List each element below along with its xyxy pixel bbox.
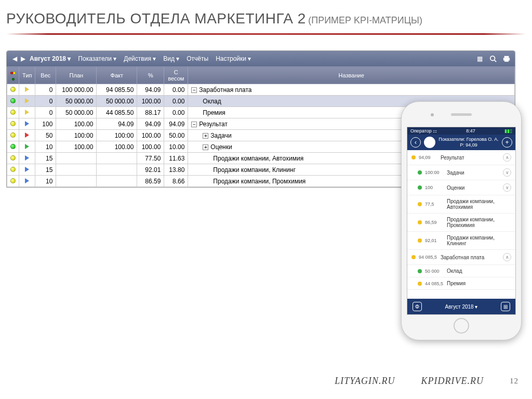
name-cell[interactable]: −Заработная плата <box>188 84 515 96</box>
list-item[interactable]: 77,5Продажи компании, Автохимия <box>407 195 515 214</box>
weight-cell[interactable]: 0 <box>35 84 56 96</box>
weight-cell[interactable]: 0 <box>35 107 56 118</box>
plan-cell[interactable] <box>56 176 97 187</box>
chevron-icon[interactable]: ∨ <box>503 183 511 192</box>
phone-list[interactable]: 94,09Результат∧100:00Задачи∨100Оценки∨77… <box>407 150 515 290</box>
grid-icon[interactable]: ▦ <box>475 55 484 63</box>
expand-icon[interactable]: − <box>191 87 197 93</box>
col-type[interactable]: Тип <box>19 67 35 84</box>
status-cell <box>7 153 19 164</box>
carrier-label: Оператор ⚏ <box>410 128 437 134</box>
col-weight[interactable]: Вес <box>35 67 56 84</box>
list-item[interactable]: 44 085,5Премия <box>407 277 515 290</box>
menu-actions[interactable]: Действия ▾ <box>124 55 156 62</box>
search-icon[interactable] <box>489 55 497 63</box>
expand-icon[interactable]: − <box>191 122 197 127</box>
svg-rect-4 <box>505 60 509 62</box>
phone-speaker <box>451 113 472 116</box>
chevron-icon[interactable]: ∧ <box>503 253 511 261</box>
battery-icon: ▮▮▯ <box>504 128 512 134</box>
next-period-button[interactable]: ▶ <box>19 55 26 62</box>
type-icon <box>25 132 29 138</box>
fact-cell[interactable]: 50 000.00 <box>97 96 137 107</box>
weight-cell[interactable]: 10 <box>35 176 56 187</box>
list-item[interactable]: 94 085,5Заработная плата∧ <box>407 250 515 265</box>
weighted-cell: 8.66 <box>164 176 188 187</box>
type-cell <box>19 118 35 130</box>
status-lamp-icon <box>10 110 16 115</box>
expand-icon[interactable]: + <box>203 133 208 139</box>
col-name[interactable]: Название <box>188 67 515 84</box>
kpi-value: 50 000 <box>425 269 444 274</box>
list-item[interactable]: 100Оценки∨ <box>407 180 515 195</box>
status-cell <box>7 84 19 96</box>
kpi-name: Оклад <box>447 268 511 274</box>
footer-right-icon[interactable]: ⊞ <box>501 302 510 311</box>
add-button[interactable]: + <box>502 137 512 148</box>
plan-cell[interactable]: 100.00 <box>56 141 97 153</box>
prev-period-button[interactable]: ◀ <box>11 55 18 62</box>
percent-cell: 92.01 <box>137 164 164 176</box>
type-cell <box>19 164 35 176</box>
list-item[interactable]: 92,01Продажи компании, Клининг <box>407 232 515 250</box>
plan-cell[interactable]: 50 000.00 <box>56 96 97 107</box>
col-plan[interactable]: План <box>56 67 97 84</box>
fact-cell[interactable] <box>97 153 137 164</box>
svg-line-1 <box>495 60 497 62</box>
plan-cell[interactable]: 50 000.00 <box>56 107 97 118</box>
home-button[interactable] <box>454 318 469 334</box>
fact-cell[interactable]: 44 085.50 <box>97 107 137 118</box>
print-icon[interactable] <box>502 55 511 63</box>
weight-cell[interactable]: 100 <box>35 118 56 130</box>
phone-header: ‹ Показатели: Горелова О. А. Р: 94,09 + <box>407 135 515 150</box>
avatar[interactable] <box>424 137 435 148</box>
table-row[interactable]: 0100 000.0094 085.5094.090.00−Заработная… <box>7 84 515 96</box>
menu-view[interactable]: Вид ▾ <box>163 55 179 62</box>
fact-cell[interactable] <box>97 176 137 187</box>
status-lamp-icon <box>10 167 16 172</box>
expand-icon[interactable]: + <box>203 144 208 150</box>
percent-cell: 88.17 <box>137 107 164 118</box>
plan-cell[interactable]: 100.00 <box>56 118 97 130</box>
weighted-cell: 50.00 <box>164 130 188 141</box>
menu-indicators[interactable]: Показатели ▾ <box>78 55 116 62</box>
list-item[interactable]: 86,59Продажи компании, Промхимия <box>407 214 515 232</box>
plan-cell[interactable]: 100 000.00 <box>56 84 97 96</box>
kpi-name: Результат <box>441 155 500 161</box>
col-fact[interactable]: Факт <box>97 67 137 84</box>
slide-footer: LITYAGIN.RU KPIDRIVE.RU 12 <box>335 376 518 387</box>
col-percent[interactable]: % <box>137 67 164 84</box>
list-item[interactable]: 50 000Оклад <box>407 265 515 277</box>
weight-cell[interactable]: 15 <box>35 153 56 164</box>
col-weighted[interactable]: С весом <box>164 67 188 84</box>
weight-cell[interactable]: 50 <box>35 130 56 141</box>
title-main: РУКОВОДИТЕЛЬ ОТДЕЛА МАРКЕТИНГА 2 <box>6 10 306 26</box>
chevron-icon[interactable]: ∧ <box>503 153 511 162</box>
chevron-icon[interactable]: ∨ <box>503 168 511 177</box>
fact-cell[interactable]: 94.09 <box>97 118 137 130</box>
col-status[interactable] <box>7 67 19 84</box>
weight-cell[interactable]: 0 <box>35 96 56 107</box>
fact-cell[interactable]: 100.00 <box>97 141 137 153</box>
fact-cell[interactable]: 100:00 <box>97 130 137 141</box>
status-dot-icon <box>411 155 416 159</box>
fact-cell[interactable] <box>97 164 137 176</box>
list-item[interactable]: 100:00Задачи∨ <box>407 165 515 180</box>
plan-cell[interactable]: 100:00 <box>56 130 97 141</box>
back-button[interactable]: ‹ <box>410 137 421 148</box>
footer-left-icon[interactable]: Φ <box>413 302 422 311</box>
list-item[interactable]: 94,09Результат∧ <box>407 150 515 165</box>
kpi-name: Продажи компании, Клининг <box>447 235 511 246</box>
status-lamp-icon <box>10 121 16 126</box>
type-icon <box>25 178 29 183</box>
menu-settings[interactable]: Настройки ▾ <box>216 55 251 62</box>
fact-cell[interactable]: 94 085.50 <box>97 84 137 96</box>
type-cell <box>19 130 35 141</box>
weight-cell[interactable]: 10 <box>35 141 56 153</box>
plan-cell[interactable] <box>56 164 97 176</box>
weight-cell[interactable]: 15 <box>35 164 56 176</box>
phone-period[interactable]: Август 2018 ▾ <box>445 304 478 310</box>
period-selector[interactable]: Август 2018 ▾ <box>30 55 71 62</box>
menu-reports[interactable]: Отчёты <box>187 55 208 62</box>
plan-cell[interactable] <box>56 153 97 164</box>
